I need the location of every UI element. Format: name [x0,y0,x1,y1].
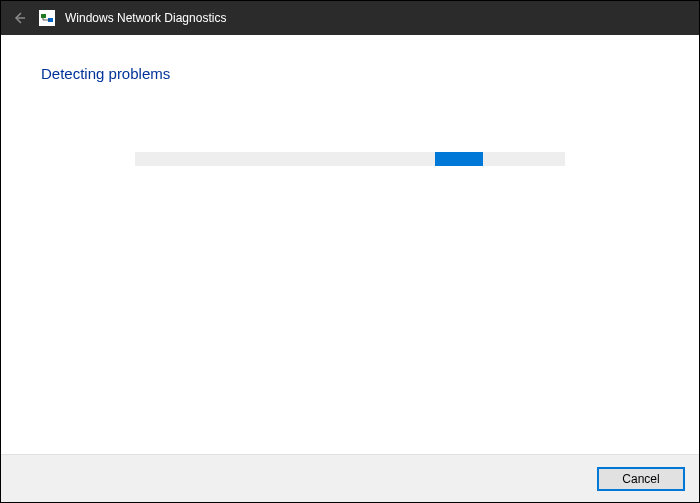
back-button [9,8,29,28]
svg-rect-1 [41,14,46,18]
back-arrow-icon [11,10,27,26]
cancel-button[interactable]: Cancel [597,467,685,491]
window-title: Windows Network Diagnostics [65,11,226,25]
progress-bar [135,152,565,166]
app-icon [39,10,55,26]
titlebar: Windows Network Diagnostics [1,1,699,35]
progress-indicator [435,152,483,166]
footer: Cancel [1,454,699,502]
page-heading: Detecting problems [41,65,659,82]
content-area: Detecting problems [1,35,699,454]
